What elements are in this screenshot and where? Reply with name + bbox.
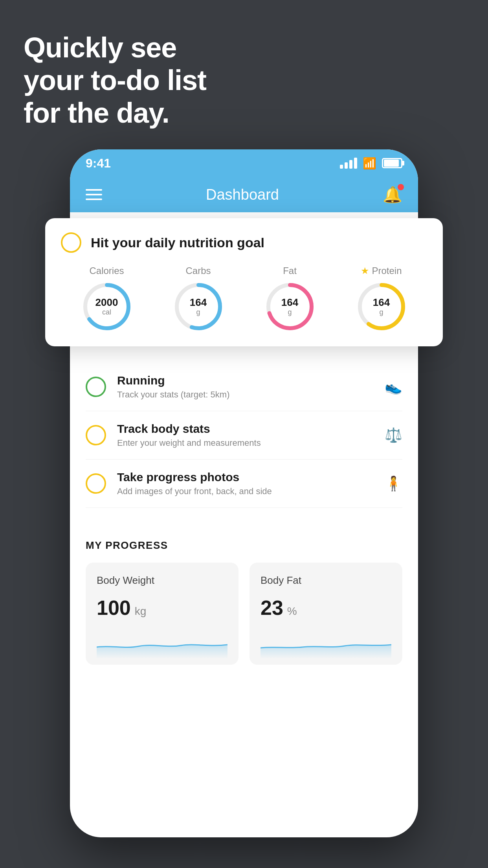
body-fat-sparkline — [261, 627, 391, 659]
todo-title-running: Running — [117, 374, 374, 387]
body-fat-title: Body Fat — [261, 574, 391, 587]
carbs-unit: g — [190, 308, 207, 316]
nutrition-item-calories: Calories 2000 cal — [81, 265, 132, 332]
nutrition-item-protein: ★ Protein 164 g — [356, 265, 407, 332]
calories-chart: 2000 cal — [81, 281, 132, 332]
carbs-chart: 164 g — [173, 281, 224, 332]
body-fat-value: 23 — [261, 596, 283, 620]
body-fat-card[interactable]: Body Fat 23 % — [250, 563, 402, 665]
nutrition-title: Hit your daily nutrition goal — [91, 235, 264, 250]
body-weight-unit: kg — [135, 605, 147, 618]
hero-text: Quickly see your to-do list for the day. — [24, 31, 206, 129]
hero-line1: Quickly see — [24, 31, 206, 64]
person-icon: 🧍 — [385, 475, 402, 492]
status-icons: 📶 — [340, 157, 402, 170]
calories-label: Calories — [89, 265, 124, 276]
status-time: 9:41 — [86, 156, 111, 171]
todo-checkbox-body-stats[interactable] — [86, 425, 106, 445]
todo-title-progress-photos: Take progress photos — [117, 471, 374, 484]
todo-subtitle-running: Track your stats (target: 5km) — [117, 390, 374, 400]
fat-value: 164 — [281, 297, 298, 308]
shoe-icon: 👟 — [385, 379, 402, 395]
nutrition-item-fat: Fat 164 g — [264, 265, 316, 332]
protein-label: Protein — [372, 265, 402, 276]
fat-unit: g — [281, 308, 298, 316]
todo-subtitle-body-stats: Enter your weight and measurements — [117, 438, 374, 448]
fat-chart: 164 g — [264, 281, 316, 332]
todo-item-progress-photos[interactable]: Take progress photos Add images of your … — [86, 460, 402, 508]
nutrition-item-carbs: Carbs 164 g — [173, 265, 224, 332]
wifi-icon: 📶 — [363, 157, 376, 170]
hero-line3: for the day. — [24, 97, 206, 129]
progress-heading: MY PROGRESS — [86, 539, 402, 552]
hero-line2: your to-do list — [24, 64, 206, 97]
todo-list: Running Track your stats (target: 5km) 👟… — [70, 363, 418, 508]
nutrition-circles: Calories 2000 cal Carbs — [61, 265, 427, 332]
protein-chart: 164 g — [356, 281, 407, 332]
battery-icon — [382, 158, 402, 168]
protein-value: 164 — [373, 297, 390, 308]
fat-label: Fat — [283, 265, 297, 276]
header-title: Dashboard — [206, 186, 279, 203]
body-weight-title: Body Weight — [97, 574, 227, 587]
nutrition-checkbox[interactable] — [61, 232, 81, 253]
body-weight-value: 100 — [97, 596, 131, 620]
body-weight-sparkline — [97, 627, 227, 659]
progress-cards: Body Weight 100 kg — [86, 563, 402, 665]
menu-icon[interactable] — [86, 189, 102, 200]
todo-checkbox-progress-photos[interactable] — [86, 473, 106, 494]
calories-unit: cal — [95, 308, 118, 316]
body-weight-card[interactable]: Body Weight 100 kg — [86, 563, 238, 665]
star-icon: ★ — [361, 265, 369, 276]
carbs-label: Carbs — [185, 265, 211, 276]
carbs-value: 164 — [190, 297, 207, 308]
protein-unit: g — [373, 308, 390, 316]
todo-title-body-stats: Track body stats — [117, 422, 374, 436]
notification-bell-icon[interactable]: 🔔 — [383, 186, 402, 204]
notification-dot — [398, 184, 404, 190]
status-bar: 9:41 📶 — [70, 149, 418, 177]
calories-value: 2000 — [95, 297, 118, 308]
body-fat-unit: % — [287, 605, 297, 618]
scale-icon: ⚖️ — [385, 427, 402, 443]
todo-subtitle-progress-photos: Add images of your front, back, and side — [117, 486, 374, 497]
todo-checkbox-running[interactable] — [86, 377, 106, 397]
signal-icon — [340, 158, 357, 169]
progress-section: MY PROGRESS Body Weight 100 kg — [70, 524, 418, 665]
app-header: Dashboard 🔔 — [70, 177, 418, 212]
todo-item-track-body-stats[interactable]: Track body stats Enter your weight and m… — [86, 411, 402, 460]
todo-item-running[interactable]: Running Track your stats (target: 5km) 👟 — [86, 363, 402, 411]
nutrition-card: Hit your daily nutrition goal Calories 2… — [45, 218, 443, 346]
